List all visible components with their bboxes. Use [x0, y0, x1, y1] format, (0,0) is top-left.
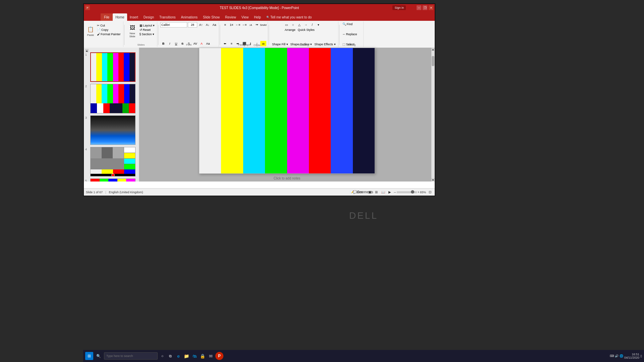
testcard-right — [124, 147, 135, 169]
tab-help[interactable]: Help — [251, 13, 264, 21]
file-explorer-btn[interactable]: 📁 — [183, 352, 190, 360]
bold-btn[interactable]: B — [160, 41, 166, 46]
text-direction-btn[interactable]: ↕A — [248, 22, 254, 28]
show-desktop-btn[interactable]: ▯ — [640, 354, 642, 358]
shape-ellipse[interactable]: ○ — [290, 22, 296, 28]
line-space-btn[interactable]: ↕ — [254, 41, 260, 46]
shape-effects-btn[interactable]: Shape Effects ▾ — [313, 42, 336, 46]
tab-slideshow[interactable]: Slide Show — [200, 13, 222, 21]
strikethrough-btn[interactable]: S — [179, 41, 185, 46]
time-display: 16:51 — [632, 353, 639, 356]
decrease-indent-btn[interactable]: ←≡ — [235, 22, 241, 28]
close-button[interactable]: ✕ — [429, 5, 433, 10]
cut-button[interactable]: ✂Cut — [96, 23, 122, 28]
presenter-view-btn[interactable]: ▶ — [387, 190, 392, 195]
increase-font-btn[interactable]: A↑ — [198, 22, 204, 28]
edge-btn[interactable]: e — [175, 352, 182, 360]
fit-slide-btn[interactable]: ⊡ — [427, 190, 433, 195]
slide-thumb-2[interactable]: 2 — [85, 84, 138, 113]
font-row2: B I U S S AV A Aa — [160, 41, 211, 46]
bar-yellow — [96, 53, 102, 81]
align-left-btn[interactable]: ⬅ — [222, 41, 228, 46]
layout-button[interactable]: ▦Layout ▾ — [139, 23, 156, 28]
s2-bot2 — [97, 103, 103, 113]
numbering-btn[interactable]: 1≡ — [228, 22, 234, 28]
slide-thumb-3[interactable]: 3 — [85, 115, 138, 145]
scroll-up-arrow[interactable]: ▲ — [85, 49, 89, 52]
format-painter-button[interactable]: 🖌Format Painter — [96, 32, 122, 36]
vscroll-down[interactable]: ▼ — [431, 178, 435, 182]
italic-btn[interactable]: I — [167, 41, 173, 46]
normal-view-btn[interactable]: ▣ — [367, 190, 372, 195]
slide-canvas[interactable] — [199, 48, 375, 174]
highlight-btn[interactable]: ab — [260, 41, 266, 46]
slide-thumb-5[interactable]: 5 — [85, 178, 138, 182]
shape-rect[interactable]: ▭ — [284, 22, 290, 28]
share-button[interactable]: Share — [407, 6, 415, 9]
comments-btn[interactable]: 💬 Comments — [360, 190, 366, 195]
vscroll-up[interactable]: ▲ — [431, 48, 435, 51]
bullets-btn[interactable]: ≡ — [222, 22, 228, 28]
spacing-btn[interactable]: AV — [192, 41, 198, 46]
vertical-scrollbar[interactable]: ▲ ▼ — [431, 48, 435, 182]
tab-home[interactable]: Home — [113, 13, 127, 21]
powerpoint-taskbar-btn[interactable]: P — [215, 352, 223, 360]
tab-insert[interactable]: Insert — [127, 13, 141, 21]
tab-file[interactable]: File — [101, 13, 113, 21]
align-text-btn[interactable]: ≡▾ — [254, 22, 260, 28]
cortana-btn[interactable]: ○ — [159, 352, 166, 360]
tab-design[interactable]: Design — [141, 13, 157, 21]
shape-fill-btn[interactable]: Shape Fill ▾ — [271, 42, 289, 46]
start-button[interactable]: ⊞ — [85, 352, 93, 360]
zoom-out-btn[interactable]: ─ — [394, 191, 396, 194]
copy-button[interactable]: 📄Copy — [96, 28, 122, 32]
tab-transitions[interactable]: Transitions — [157, 13, 178, 21]
quick-styles-btn[interactable]: Quick Styles — [297, 28, 316, 32]
vscroll-thumb[interactable] — [432, 56, 434, 66]
tab-tell-me[interactable]: 🔍 Tell me what you want to do — [264, 13, 314, 21]
slide-thumb-4[interactable]: 4 — [85, 147, 138, 176]
minimize-button[interactable]: ─ — [417, 5, 421, 10]
decrease-font-btn[interactable]: A↓ — [205, 22, 211, 28]
sign-in-button[interactable]: Sign in — [392, 5, 406, 10]
slide-sorter-btn[interactable]: ⊞ — [374, 190, 379, 195]
slide-thumb-1[interactable]: 1 — [85, 52, 138, 82]
ribbon-content: 📋 Paste ✂Cut 📄Copy 🖌Format Painter Clipb… — [84, 21, 435, 48]
task-view-btn[interactable]: ⧉ — [167, 352, 174, 360]
lock-btn[interactable]: 🔒 — [199, 352, 206, 360]
zoom-slider[interactable] — [397, 191, 417, 193]
font-color-btn-2[interactable]: Aa — [205, 41, 211, 46]
shape-triangle[interactable]: △ — [297, 22, 303, 28]
increase-indent-btn[interactable]: →≡ — [241, 22, 247, 28]
reset-button[interactable]: ↺Reset — [139, 28, 156, 32]
maximize-button[interactable]: ❐ — [423, 5, 427, 10]
tab-animations[interactable]: Animations — [178, 13, 200, 21]
align-center-btn[interactable]: ≡ — [228, 41, 234, 46]
slides-small-btns: ▦Layout ▾ ↺Reset §Section ▾ — [139, 22, 156, 36]
font-size-input[interactable] — [188, 22, 197, 28]
taskbar-search[interactable] — [104, 352, 158, 360]
zoom-in-btn[interactable]: + — [418, 191, 419, 194]
main-bar-red — [309, 48, 331, 173]
font-color-btn[interactable]: A — [199, 41, 205, 46]
new-slide-button[interactable]: 🖼 NewSlide — [126, 22, 139, 40]
store-btn[interactable]: 🛍 — [191, 352, 198, 360]
tab-view[interactable]: View — [239, 13, 252, 21]
find-button[interactable]: 🔍Find — [341, 22, 354, 26]
replace-button[interactable]: ↔Replace — [341, 32, 358, 36]
s5-bar1 — [91, 179, 100, 182]
mail-btn[interactable]: ✉ — [207, 352, 214, 360]
notes-area[interactable]: Click to add notes — [199, 175, 375, 182]
paste-button[interactable]: 📋 Paste — [85, 22, 96, 40]
underline-btn[interactable]: U — [173, 41, 179, 46]
smartart-btn[interactable]: SmArt — [260, 22, 266, 28]
arrange-btn[interactable]: Arrange — [284, 28, 297, 32]
tab-review[interactable]: Review — [222, 13, 239, 21]
shape-more[interactable]: ▾ — [316, 22, 322, 28]
section-button[interactable]: §Section ▾ — [139, 32, 156, 36]
reading-view-btn[interactable]: 📖 — [380, 190, 386, 195]
clear-format-btn[interactable]: Aa — [211, 22, 217, 28]
font-name-input[interactable] — [160, 22, 187, 28]
shape-arrow[interactable]: → — [303, 22, 309, 28]
shape-line[interactable]: / — [309, 22, 315, 28]
